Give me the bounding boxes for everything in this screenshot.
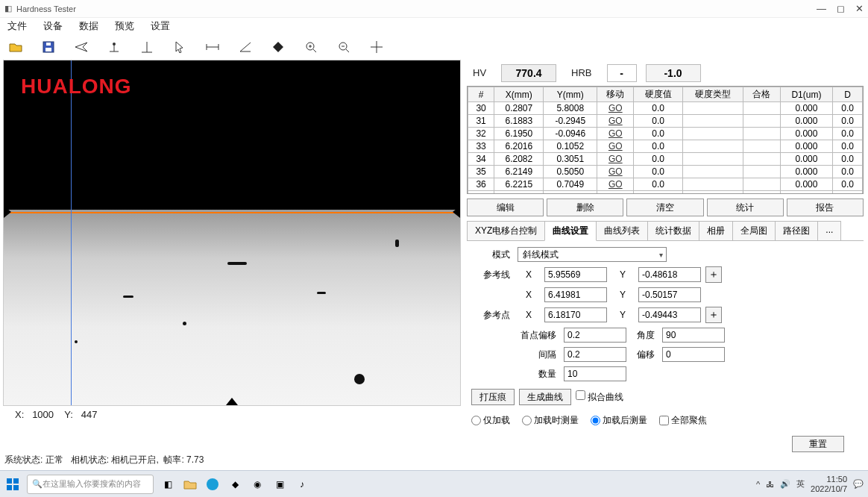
table-row[interactable]: 346.20820.3051GO0.00.0000.0 [468, 153, 863, 166]
clear-button[interactable]: 清空 [626, 199, 703, 216]
close-button[interactable]: ✕ [855, 3, 864, 14]
measure-icon[interactable] [204, 39, 221, 55]
refline-x1[interactable] [544, 267, 607, 282]
tab-curve-setting[interactable]: 曲线设置 [544, 221, 597, 241]
table-row[interactable]: 376.22810.9048GO0.00.0000.0 [468, 191, 863, 194]
cell-go[interactable]: GO [597, 102, 634, 115]
indent-button[interactable]: 打压痕 [471, 389, 515, 405]
gap-input[interactable] [564, 347, 626, 362]
refpoint-y[interactable] [638, 307, 701, 322]
tab-stats-data[interactable]: 统计数据 [647, 221, 699, 240]
cell-d1: 0.000 [780, 166, 833, 178]
tab-curve-list[interactable]: 曲线列表 [596, 221, 648, 240]
tab-path-map[interactable]: 路径图 [775, 221, 818, 240]
count-input[interactable] [564, 366, 626, 381]
tray-network-icon[interactable]: 🖧 [766, 480, 774, 489]
angle-icon[interactable] [237, 39, 254, 55]
add-refpoint-button[interactable]: ＋ [705, 307, 722, 323]
app-icon-2[interactable]: ◉ [249, 476, 265, 493]
clock-date[interactable]: 2022/10/7 [811, 484, 847, 493]
menu-settings[interactable]: 设置 [151, 19, 170, 33]
generate-curve-button[interactable]: 生成曲线 [519, 389, 571, 405]
col-d2: D [833, 87, 863, 102]
table-row[interactable]: 300.28075.8008GO0.00.0000.0 [468, 102, 863, 115]
cell-idx: 33 [468, 140, 494, 153]
tab-more[interactable]: ... [817, 221, 841, 240]
menu-device[interactable]: 设备 [43, 19, 63, 33]
open-icon[interactable] [7, 39, 24, 55]
opt-load-only[interactable]: 仅加载 [471, 414, 510, 427]
refline-y1[interactable] [638, 267, 701, 282]
microscope-viewport[interactable] [3, 60, 461, 406]
minimize-button[interactable]: — [817, 3, 826, 14]
cell-go[interactable]: GO [597, 191, 634, 194]
cell-go[interactable]: GO [597, 166, 634, 178]
zoom-out-icon[interactable] [336, 39, 352, 55]
clock-time[interactable]: 11:50 [811, 475, 847, 484]
refpoint-x[interactable] [544, 307, 607, 322]
fit-curve-checkbox[interactable]: 拟合曲线 [576, 390, 623, 404]
add-refline-button[interactable]: ＋ [705, 266, 722, 283]
offset-input[interactable] [662, 347, 725, 362]
mode-select[interactable]: 斜线模式 [518, 247, 667, 262]
table-row[interactable]: 356.21490.5050GO0.00.0000.0 [468, 166, 863, 178]
save-icon[interactable] [40, 39, 57, 55]
set-button[interactable]: 重置 [792, 436, 844, 452]
tray-volume-icon[interactable]: 🔊 [780, 479, 790, 489]
app-icon-1[interactable]: ◆ [227, 476, 243, 493]
tab-album[interactable]: 相册 [699, 221, 733, 240]
vertical-guide[interactable] [71, 60, 72, 405]
app-icon-4[interactable]: ♪ [294, 476, 310, 493]
edit-button[interactable]: 编辑 [467, 199, 544, 216]
data-table-wrap[interactable]: # X(mm) Y(mm) 移动 硬度值 硬度类型 合格 D1(um) D 30… [467, 86, 864, 194]
col-type: 硬度类型 [682, 87, 743, 102]
delete-button[interactable]: 删除 [547, 199, 623, 216]
hrb-scale[interactable]: - [607, 64, 637, 82]
maximize-button[interactable]: ◻ [837, 3, 845, 14]
svg-rect-20 [7, 478, 12, 484]
zoom-in-icon[interactable] [303, 39, 319, 55]
cell-go[interactable]: GO [597, 115, 634, 128]
crosshair-icon[interactable] [368, 39, 385, 55]
app-icon-3[interactable]: ▣ [271, 476, 288, 493]
report-button[interactable]: 报告 [787, 199, 864, 216]
tab-overview[interactable]: 全局图 [732, 221, 776, 240]
cell-go[interactable]: GO [597, 178, 634, 191]
diamond-icon[interactable] [270, 39, 286, 55]
cell-go[interactable]: GO [597, 128, 634, 140]
refline-y2[interactable] [638, 287, 701, 302]
table-row[interactable]: 336.20160.1052GO0.00.0000.0 [468, 140, 863, 153]
notifications-icon[interactable]: 💬 [853, 479, 864, 489]
refline-x2[interactable] [544, 287, 607, 302]
reference-line[interactable] [4, 212, 460, 213]
send-icon[interactable] [73, 39, 89, 55]
start-button[interactable] [4, 476, 21, 493]
tray-chevron-icon[interactable]: ^ [756, 480, 760, 489]
taskbar-search[interactable]: 🔍 在这里输入你要搜索的内容 [27, 475, 154, 494]
cell-d1: 0.000 [780, 115, 833, 128]
opt-load-measure[interactable]: 加载时测量 [522, 414, 579, 427]
menu-data[interactable]: 数据 [79, 19, 98, 33]
svg-rect-2 [46, 43, 51, 46]
menu-file[interactable]: 文件 [7, 19, 27, 33]
angle-input[interactable] [662, 328, 725, 343]
table-row[interactable]: 316.1883-0.2945GO0.00.0000.0 [468, 115, 863, 128]
opt-load-after-measure[interactable]: 加载后测量 [591, 414, 647, 427]
stats-button[interactable]: 统计 [707, 199, 784, 216]
cell-go[interactable]: GO [597, 153, 634, 166]
task-view-icon[interactable]: ◧ [160, 476, 176, 493]
opt-focus-all[interactable]: 全部聚焦 [659, 414, 707, 427]
tray-ime-icon[interactable]: 英 [796, 478, 805, 490]
edge-icon[interactable] [204, 476, 221, 493]
cell-type [682, 102, 743, 115]
cell-go[interactable]: GO [597, 140, 634, 153]
first-offset-input[interactable] [564, 328, 626, 343]
baseline-icon[interactable] [139, 39, 155, 55]
explorer-icon[interactable] [182, 476, 198, 493]
cursor-icon[interactable] [172, 39, 188, 55]
table-row[interactable]: 326.1950-0.0946GO0.00.0000.0 [468, 128, 863, 140]
menu-view[interactable]: 预览 [115, 19, 134, 33]
point-icon[interactable] [106, 39, 122, 55]
tab-stage[interactable]: XYZ电移台控制 [467, 221, 545, 240]
table-row[interactable]: 366.22150.7049GO0.00.0000.0 [468, 178, 863, 191]
